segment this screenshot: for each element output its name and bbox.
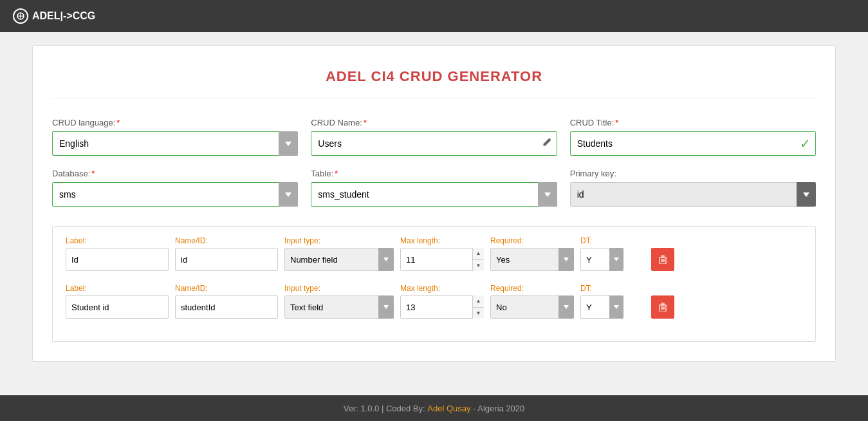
field1-required-wrapper: Yes No xyxy=(490,248,574,271)
primary-key-group: Primary key: id xyxy=(570,169,816,207)
brand-text: ADEL|->CCG xyxy=(32,10,95,22)
brand-logo: ADEL|->CCG xyxy=(13,8,95,24)
main-card: ADEL CI4 CRUD GENERATOR CRUD language:* … xyxy=(32,45,836,362)
main-content: ADEL CI4 CRUD GENERATOR CRUD language:* … xyxy=(0,32,868,395)
field2-nameid-input[interactable] xyxy=(175,295,278,319)
field1-spinners: ▲ ▼ xyxy=(472,248,484,271)
field1-maxlength-group: Max length: ▲ ▼ xyxy=(400,236,484,271)
field2-maxlength-group: Max length: ▲ ▼ xyxy=(400,284,484,319)
field1-inputtype-label: Input type: xyxy=(284,236,394,245)
field1-dt-wrapper xyxy=(580,248,645,271)
field2-inputtype-group: Input type: Number field Text field Emai… xyxy=(284,284,394,319)
form-top-row: CRUD language:* English Arabic French C xyxy=(52,118,816,156)
field1-required-label: Required: xyxy=(490,236,574,245)
database-group: Database:* sms xyxy=(52,169,298,207)
field1-dt-group: DT: xyxy=(580,236,645,271)
crud-language-group: CRUD language:* English Arabic French xyxy=(52,118,298,156)
field2-maxlength-input[interactable] xyxy=(400,295,484,319)
form-second-row: Database:* sms Table:* xyxy=(52,169,816,207)
crud-language-wrapper: English Arabic French xyxy=(52,131,298,156)
field1-label-input[interactable] xyxy=(66,248,169,271)
field1-inputtype-wrapper: Number field Text field Email field xyxy=(284,248,394,271)
field-row-1: Label: Name/ID: Input type: Number field… xyxy=(66,236,802,271)
field1-nameid-input[interactable] xyxy=(175,248,278,271)
crud-name-input[interactable]: Users xyxy=(311,131,557,156)
field2-inputtype-label: Input type: xyxy=(284,284,394,293)
crud-name-wrapper: Users xyxy=(311,131,557,156)
field2-nameid-group: Name/ID: xyxy=(175,284,278,319)
field1-delete-wrapper xyxy=(651,248,703,271)
field2-dt-input[interactable] xyxy=(580,295,609,319)
footer-author-link[interactable]: Adel Qusay xyxy=(427,404,470,413)
crud-name-group: CRUD Name:* Users xyxy=(311,118,557,156)
field2-dt-wrapper xyxy=(580,295,645,319)
database-wrapper: sms xyxy=(52,182,298,207)
field2-inputtype-wrapper: Number field Text field Email field xyxy=(284,295,394,319)
page-title: ADEL CI4 CRUD GENERATOR xyxy=(52,59,816,98)
crud-title-group: CRUD Title:* Students ✓ xyxy=(570,118,816,156)
field2-required-wrapper: Yes No xyxy=(490,295,574,319)
crud-title-input[interactable]: Students xyxy=(570,131,816,156)
field2-delete-button[interactable] xyxy=(651,295,674,319)
field2-nameid-label: Name/ID: xyxy=(175,284,278,293)
field1-required-select[interactable]: Yes No xyxy=(490,248,574,271)
table-group: Table:* sms_student xyxy=(311,169,557,207)
field1-delete-button[interactable] xyxy=(651,248,674,271)
crud-title-wrapper: Students ✓ xyxy=(570,131,816,156)
field2-dt-arrow[interactable] xyxy=(609,295,623,319)
field1-dt-arrow[interactable] xyxy=(609,248,623,271)
field1-maxlength-label: Max length: xyxy=(400,236,484,245)
field2-required-label: Required: xyxy=(490,284,574,293)
crud-language-label: CRUD language:* xyxy=(52,118,298,127)
crud-language-select[interactable]: English Arabic French xyxy=(52,131,298,156)
field2-label-label: Label: xyxy=(66,284,169,293)
fields-section: Label: Name/ID: Input type: Number field… xyxy=(52,226,816,342)
database-label: Database:* xyxy=(52,169,298,178)
field2-label-input[interactable] xyxy=(66,295,169,319)
app-header: ADEL|->CCG xyxy=(0,0,868,32)
primary-key-label: Primary key: xyxy=(570,169,816,178)
field-row-2: Label: Name/ID: Input type: Number field… xyxy=(66,284,802,319)
field1-inputtype-group: Input type: Number field Text field Emai… xyxy=(284,236,394,271)
table-wrapper: sms_student xyxy=(311,182,557,207)
field2-maxlength-wrapper: ▲ ▼ xyxy=(400,295,484,319)
field1-maxlength-input[interactable] xyxy=(400,248,484,271)
footer-version: Ver: 1.0.0 | Coded By: xyxy=(344,404,425,413)
field1-required-group: Required: Yes No xyxy=(490,236,574,271)
field1-nameid-label: Name/ID: xyxy=(175,236,278,245)
checkmark-icon: ✓ xyxy=(800,136,811,151)
field2-spinners: ▲ ▼ xyxy=(472,295,484,319)
field1-dt-input[interactable] xyxy=(580,248,609,271)
crud-name-label: CRUD Name:* xyxy=(311,118,557,127)
pencil-icon xyxy=(542,137,552,151)
field2-delete-wrapper xyxy=(651,295,703,319)
field1-nameid-group: Name/ID: xyxy=(175,236,278,271)
field1-label-group: Label: xyxy=(66,236,169,271)
database-select[interactable]: sms xyxy=(52,182,298,207)
field2-inputtype-select[interactable]: Number field Text field Email field xyxy=(284,295,394,319)
field2-required-select[interactable]: Yes No xyxy=(490,295,574,319)
table-label: Table:* xyxy=(311,169,557,178)
field1-inputtype-select[interactable]: Number field Text field Email field xyxy=(284,248,394,271)
field1-dt-label: DT: xyxy=(580,236,645,245)
table-select[interactable]: sms_student xyxy=(311,182,557,207)
app-footer: Ver: 1.0.0 | Coded By: Adel Qusay - Alge… xyxy=(0,395,868,421)
field2-maxlength-label: Max length: xyxy=(400,284,484,293)
footer-suffix: - Algeria 2020 xyxy=(473,404,524,413)
primary-key-wrapper: id xyxy=(570,182,816,207)
field1-label-label: Label: xyxy=(66,236,169,245)
field2-label-group: Label: xyxy=(66,284,169,319)
field2-dt-group: DT: xyxy=(580,284,645,319)
field2-dt-label: DT: xyxy=(580,284,645,293)
primary-key-select[interactable]: id xyxy=(570,182,816,207)
field1-spin-down[interactable]: ▼ xyxy=(473,260,484,272)
crud-title-label: CRUD Title:* xyxy=(570,118,816,127)
field2-required-group: Required: Yes No xyxy=(490,284,574,319)
field1-maxlength-wrapper: ▲ ▼ xyxy=(400,248,484,271)
logo-icon xyxy=(13,8,28,24)
field2-spin-down[interactable]: ▼ xyxy=(473,308,484,319)
field1-spin-up[interactable]: ▲ xyxy=(473,248,484,260)
field2-spin-up[interactable]: ▲ xyxy=(473,295,484,308)
